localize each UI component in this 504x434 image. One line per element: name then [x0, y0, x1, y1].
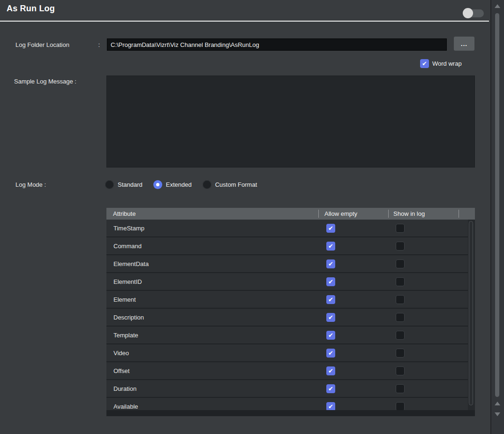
toggle-knob-icon	[463, 8, 473, 18]
table-bottom-strip	[106, 410, 475, 416]
word-wrap-checkbox[interactable]: ✔	[420, 59, 429, 68]
log-folder-location-text: Log Folder Location	[15, 41, 69, 48]
window-scrollbar[interactable]	[490, 0, 504, 434]
allow-empty-checkbox[interactable]: ✔	[326, 331, 335, 340]
table-row[interactable]: Available✔✔	[106, 398, 468, 410]
check-icon: ✔	[328, 260, 333, 266]
show-in-log-checkbox-cell: ✔	[388, 349, 459, 358]
column-header-allow-empty[interactable]: Allow empty	[318, 208, 388, 220]
column-header-show-in-log[interactable]: Show in log	[388, 208, 459, 220]
sample-log-message-label: Sample Log Message :	[14, 78, 76, 85]
word-wrap-label: Word wrap	[432, 60, 462, 67]
show-in-log-checkbox[interactable]: ✔	[396, 259, 405, 268]
log-mode-option-custom-format[interactable]: Custom Format	[203, 180, 257, 189]
show-in-log-checkbox[interactable]: ✔	[396, 366, 405, 375]
allow-empty-checkbox-cell: ✔	[318, 402, 388, 411]
table-row[interactable]: Offset✔✔	[106, 362, 468, 380]
show-in-log-checkbox-cell: ✔	[388, 242, 459, 251]
attribute-name: Offset	[106, 367, 318, 374]
show-in-log-checkbox-cell: ✔	[388, 366, 459, 375]
show-in-log-checkbox-cell: ✔	[388, 331, 459, 340]
attribute-name: Element	[106, 296, 318, 303]
column-header-spacer	[459, 208, 475, 220]
allow-empty-checkbox-cell: ✔	[318, 349, 388, 358]
allow-empty-checkbox[interactable]: ✔	[326, 277, 335, 286]
attribute-name: Video	[106, 350, 318, 357]
scroll-down-icon[interactable]	[495, 412, 500, 416]
check-icon: ✔	[328, 314, 333, 320]
allow-empty-checkbox[interactable]: ✔	[326, 384, 335, 393]
table-row[interactable]: Command✔✔	[106, 237, 468, 255]
attribute-name: Command	[106, 243, 318, 250]
window-scrollbar-thumb[interactable]	[495, 13, 499, 397]
table-row[interactable]: Video✔✔	[106, 344, 468, 362]
log-mode-radio-group: StandardExtendedCustom Format	[105, 180, 263, 189]
page-title: As Run Log	[7, 4, 55, 14]
show-in-log-checkbox-cell: ✔	[388, 259, 459, 268]
show-in-log-checkbox[interactable]: ✔	[396, 277, 405, 286]
attribute-name: Description	[106, 314, 318, 321]
allow-empty-checkbox[interactable]: ✔	[326, 259, 335, 268]
table-row[interactable]: TimeStamp✔✔	[106, 220, 468, 237]
attribute-name: Template	[106, 332, 318, 339]
check-icon: ✔	[328, 403, 333, 409]
show-in-log-checkbox[interactable]: ✔	[396, 224, 405, 233]
table-row[interactable]: ElementID✔✔	[106, 273, 468, 291]
browse-folder-button[interactable]: ...	[454, 37, 474, 51]
attribute-table-body: TimeStamp✔✔Command✔✔ElementData✔✔Element…	[106, 220, 468, 410]
as-run-log-enable-toggle[interactable]	[463, 9, 484, 17]
column-header-attribute[interactable]: Attribute	[106, 208, 318, 220]
allow-empty-checkbox[interactable]: ✔	[326, 242, 335, 251]
radio-icon[interactable]	[203, 180, 211, 189]
radio-label: Custom Format	[215, 181, 257, 188]
table-row[interactable]: Element✔✔	[106, 291, 468, 309]
log-mode-option-standard[interactable]: Standard	[105, 180, 143, 189]
attribute-name: ElementID	[106, 278, 318, 285]
log-folder-path-input[interactable]: C:\ProgramData\Vizrt\Viz Channel Brandin…	[107, 38, 447, 51]
check-icon: ✔	[422, 61, 427, 67]
show-in-log-checkbox[interactable]: ✔	[396, 313, 405, 322]
table-row[interactable]: ElementData✔✔	[106, 255, 468, 273]
allow-empty-checkbox-cell: ✔	[318, 366, 388, 375]
allow-empty-checkbox[interactable]: ✔	[326, 295, 335, 304]
allow-empty-checkbox[interactable]: ✔	[326, 224, 335, 233]
table-row[interactable]: Duration✔✔	[106, 380, 468, 398]
log-mode-option-extended[interactable]: Extended	[153, 180, 192, 189]
check-icon: ✔	[328, 225, 333, 231]
allow-empty-checkbox-cell: ✔	[318, 224, 388, 233]
show-in-log-checkbox[interactable]: ✔	[396, 331, 405, 340]
show-in-log-checkbox[interactable]: ✔	[396, 242, 405, 251]
table-row[interactable]: Description✔✔	[106, 309, 468, 327]
allow-empty-checkbox-cell: ✔	[318, 277, 388, 286]
attribute-table-header: Attribute Allow empty Show in log	[106, 208, 475, 220]
show-in-log-checkbox[interactable]: ✔	[396, 349, 405, 358]
radio-label: Standard	[118, 181, 143, 188]
show-in-log-checkbox[interactable]: ✔	[396, 295, 405, 304]
radio-label: Extended	[166, 181, 192, 188]
allow-empty-checkbox[interactable]: ✔	[326, 349, 335, 358]
show-in-log-checkbox[interactable]: ✔	[396, 384, 405, 393]
allow-empty-checkbox[interactable]: ✔	[326, 402, 335, 411]
allow-empty-checkbox-cell: ✔	[318, 331, 388, 340]
attribute-name: Available	[106, 403, 318, 410]
table-row[interactable]: Template✔✔	[106, 327, 468, 344]
show-in-log-checkbox-cell: ✔	[388, 384, 459, 393]
show-in-log-checkbox-cell: ✔	[388, 295, 459, 304]
log-mode-label: Log Mode :	[15, 181, 46, 188]
check-icon: ✔	[328, 278, 333, 284]
allow-empty-checkbox[interactable]: ✔	[326, 313, 335, 322]
allow-empty-checkbox[interactable]: ✔	[326, 366, 335, 375]
log-folder-location-colon: :	[98, 41, 100, 48]
radio-icon[interactable]	[105, 180, 114, 189]
radio-icon[interactable]	[153, 180, 162, 189]
check-icon: ✔	[328, 296, 333, 302]
table-scrollbar[interactable]	[468, 220, 475, 410]
attribute-name: TimeStamp	[106, 225, 318, 232]
check-icon: ✔	[328, 350, 333, 356]
scroll-up-icon[interactable]	[495, 4, 500, 8]
sample-log-message-textarea[interactable]	[106, 76, 475, 168]
scroll-up-icon[interactable]	[495, 402, 500, 405]
attribute-name: ElementData	[106, 260, 318, 267]
show-in-log-checkbox[interactable]: ✔	[396, 402, 405, 411]
table-scrollbar-thumb[interactable]	[469, 221, 473, 405]
